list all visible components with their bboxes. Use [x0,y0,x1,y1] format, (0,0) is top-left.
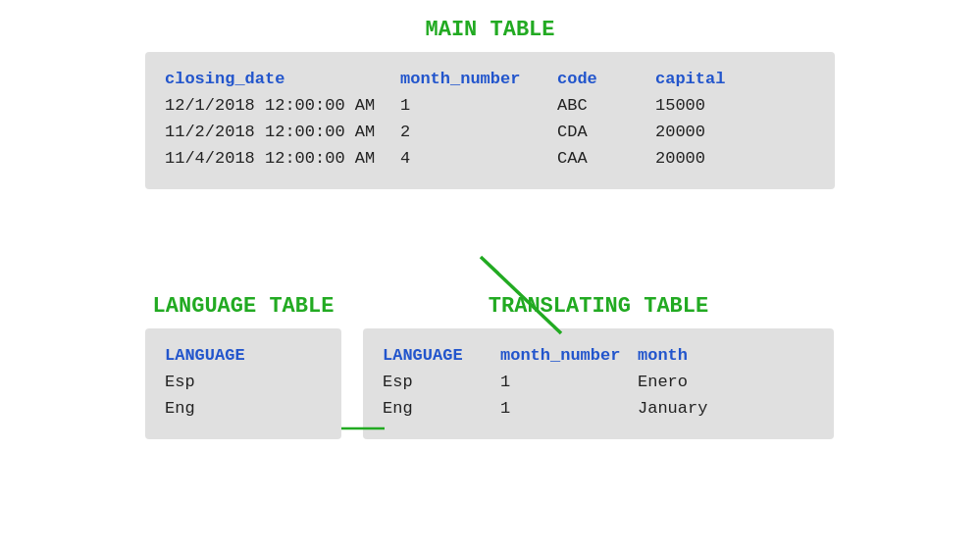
main-header-closing-date: closing_date [165,70,400,88]
trans-row2-month-number: 1 [500,399,638,418]
main-row3-capital: 20000 [655,149,753,168]
language-table-title: LANGUAGE TABLE [145,294,341,319]
main-table-row: 11/4/2018 12:00:00 AM 4 CAA 20000 [165,145,815,172]
trans-header-month-number: month_number [500,346,638,365]
main-row3-month: 4 [400,149,557,168]
trans-row2-month-name: January [638,399,755,418]
main-header-capital: capital [655,70,753,88]
trans-row1-month-number: 1 [500,373,638,391]
main-row2-date: 11/2/2018 12:00:00 AM [165,123,400,141]
trans-row2-lang: Eng [383,399,500,418]
lang-header-language: LANGUAGE [165,346,283,365]
lang-table-header: LANGUAGE [165,342,322,369]
main-table-section: MAIN TABLE closing_date month_number cod… [145,18,835,189]
translating-table-box: LANGUAGE month_number month Esp 1 Enero … [363,328,834,439]
trans-table-row: Esp 1 Enero [383,369,814,395]
main-row3-code: CAA [557,149,655,168]
main-row2-capital: 20000 [655,123,753,141]
translating-table-wrapper: TRANSLATING TABLE LANGUAGE month_number … [363,294,834,439]
language-table-wrapper: LANGUAGE TABLE LANGUAGE Esp Eng [145,294,341,439]
lang-table-row: Esp [165,369,322,395]
main-header-code: code [557,70,655,88]
lang-row1-lang: Esp [165,373,283,391]
main-table-row: 11/2/2018 12:00:00 AM 2 CDA 20000 [165,119,815,145]
main-header-month-number: month_number [400,70,557,88]
main-row1-date: 12/1/2018 12:00:00 AM [165,96,400,115]
main-table-header: closing_date month_number code capital [165,66,815,92]
main-table-title: MAIN TABLE [145,18,835,42]
main-table-box: closing_date month_number code capital 1… [145,52,835,189]
lang-row2-lang: Eng [165,399,283,418]
main-row3-date: 11/4/2018 12:00:00 AM [165,149,400,168]
trans-header-month: month [638,346,755,365]
diagram-container: MAIN TABLE closing_date month_number cod… [0,0,980,551]
translating-table-title: TRANSLATING TABLE [363,294,834,319]
main-table-row: 12/1/2018 12:00:00 AM 1 ABC 15000 [165,92,815,119]
trans-row1-lang: Esp [383,373,500,391]
trans-table-row: Eng 1 January [383,395,814,422]
main-row1-capital: 15000 [655,96,753,115]
main-row1-month: 1 [400,96,557,115]
bottom-section: LANGUAGE TABLE LANGUAGE Esp Eng TRANSLAT… [145,294,835,439]
lang-table-row: Eng [165,395,322,422]
main-row2-month: 2 [400,123,557,141]
trans-header-language: LANGUAGE [383,346,500,365]
trans-row1-month-name: Enero [638,373,755,391]
trans-table-header: LANGUAGE month_number month [383,342,814,369]
main-row2-code: CDA [557,123,655,141]
main-row1-code: ABC [557,96,655,115]
language-table-box: LANGUAGE Esp Eng [145,328,341,439]
